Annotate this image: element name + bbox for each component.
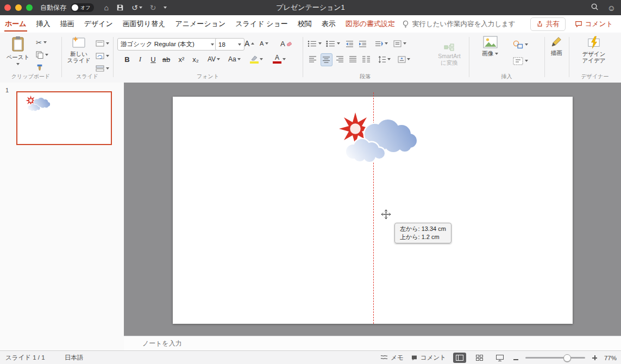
search-button[interactable] <box>591 3 599 12</box>
account-icon[interactable]: ☺ <box>607 3 616 12</box>
reset-icon <box>96 53 104 59</box>
tab-3[interactable]: デザイン <box>79 15 118 33</box>
autosave-toggle[interactable]: オフ <box>71 3 94 12</box>
design-ideas-button[interactable]: デザイン アイデア <box>575 36 613 64</box>
powerpoint-window: 自動保存 オフ ⌂ ↺ ↻ プレゼンテーション1 <box>0 0 621 364</box>
bold-button[interactable]: B <box>122 53 133 65</box>
chevron-down-icon <box>164 7 167 9</box>
scissors-icon: ✂ <box>36 39 42 47</box>
zoom-level[interactable]: 77% <box>604 355 617 361</box>
tooltip-left-distance: 左から: 13.34 cm <box>400 225 446 233</box>
line-spacing-button[interactable] <box>378 53 391 65</box>
zoom-slider[interactable] <box>525 357 585 359</box>
subscript-button[interactable]: x₂ <box>190 53 201 65</box>
insert-shapes-button[interactable] <box>513 39 528 50</box>
smartart-convert-button[interactable]: SmartArt に変換 <box>432 43 466 66</box>
notes-bar[interactable]: ノートを入力 <box>124 336 621 351</box>
quick-access-options-button[interactable] <box>164 7 167 9</box>
draw-button[interactable]: 描画 <box>547 36 566 57</box>
tab-9[interactable]: 図形の書式設定 <box>341 15 400 33</box>
comments-toggle-button[interactable]: コメント <box>411 354 446 362</box>
zoom-slider-thumb[interactable] <box>563 354 571 362</box>
tab-4[interactable]: 画面切り替え <box>118 15 171 33</box>
tab-2[interactable]: 描画 <box>55 15 79 33</box>
section-button[interactable] <box>96 63 109 74</box>
weather-clipart[interactable] <box>327 111 419 168</box>
grow-font-letter: A <box>244 39 249 48</box>
slide-sorter-view-button[interactable] <box>473 353 486 363</box>
tab-6[interactable]: スライド ショー <box>230 15 292 33</box>
slide-layout-button[interactable] <box>96 38 109 49</box>
zoom-window-button[interactable] <box>26 4 33 11</box>
chevron-down-icon <box>106 67 109 70</box>
home-icon[interactable]: ⌂ <box>104 4 108 11</box>
new-slide-label-1: 新しい <box>70 51 87 57</box>
font-color-button[interactable]: A <box>273 53 286 65</box>
tab-8[interactable]: 表示 <box>317 15 341 33</box>
format-painter-button[interactable] <box>36 62 43 73</box>
tab-7[interactable]: 校閲 <box>293 15 317 33</box>
font-size-select[interactable]: 18 <box>215 38 244 51</box>
bullets-button[interactable] <box>308 38 322 49</box>
slideshow-view-button[interactable] <box>493 353 506 363</box>
tell-me-box[interactable]: 実行したい作業内容を入力します <box>402 15 516 33</box>
chevron-down-icon <box>211 43 214 46</box>
text-direction-button[interactable] <box>375 38 388 49</box>
tab-1[interactable]: 挿入 <box>32 15 55 33</box>
zoom-in-button[interactable] <box>592 355 597 361</box>
tab-0[interactable]: ホーム <box>0 15 32 33</box>
minimize-window-button[interactable] <box>15 4 22 11</box>
shrink-font-button[interactable]: A <box>260 38 268 49</box>
chevron-down-icon <box>217 58 220 60</box>
status-bar: スライド 1 / 1 日本語 メモ コメント <box>0 350 621 364</box>
paste-button[interactable]: ペースト <box>5 36 30 65</box>
tab-5[interactable]: アニメーション <box>170 15 230 33</box>
character-spacing-button[interactable]: AV <box>208 53 220 65</box>
redo-button[interactable]: ↻ <box>150 4 156 11</box>
chevron-down-icon <box>385 42 388 45</box>
new-slide-button[interactable]: 新しい スライド <box>65 36 92 64</box>
language-indicator[interactable]: 日本語 <box>65 354 84 362</box>
font-color-swatch <box>273 61 281 64</box>
slide-thumbnail[interactable] <box>16 91 112 145</box>
tell-me-text: 実行したい作業内容を入力します <box>412 20 516 29</box>
undo-button[interactable]: ↺ <box>131 4 142 11</box>
align-left-button[interactable] <box>308 53 318 65</box>
align-right-button[interactable] <box>335 53 346 65</box>
insert-text-box-button[interactable] <box>513 55 528 66</box>
clear-formatting-button[interactable]: A <box>280 38 292 49</box>
normal-view-button[interactable] <box>453 353 466 363</box>
chevron-down-icon <box>337 42 340 45</box>
numbering-button[interactable] <box>326 38 340 49</box>
superscript-button[interactable]: x² <box>176 53 187 65</box>
highlight-color-button[interactable] <box>250 53 263 65</box>
thumbnail-weather-graphic <box>22 95 51 113</box>
insert-picture-button[interactable]: 画像 <box>477 36 503 58</box>
zoom-out-button[interactable] <box>513 355 518 361</box>
comments-label: コメント <box>585 20 613 29</box>
increase-indent-button[interactable] <box>359 38 367 49</box>
reset-slide-button[interactable] <box>96 51 109 61</box>
share-button[interactable]: 共有 <box>530 17 566 31</box>
change-case-label: Aa <box>228 55 236 63</box>
vertical-align-button[interactable] <box>398 53 410 65</box>
grow-font-button[interactable]: A <box>244 38 254 49</box>
font-group-label: フォント <box>113 73 303 80</box>
italic-button[interactable]: I <box>135 53 146 65</box>
cut-button[interactable]: ✂ <box>36 37 47 48</box>
distribute-columns-button[interactable] <box>361 53 372 65</box>
change-case-button[interactable]: Aa <box>228 53 241 65</box>
underline-button[interactable]: U <box>148 53 159 65</box>
strikethrough-button[interactable]: ab <box>161 53 172 65</box>
save-icon[interactable] <box>116 4 124 11</box>
align-text-button[interactable] <box>393 38 406 49</box>
notes-toggle-button[interactable]: メモ <box>380 354 404 362</box>
copy-button[interactable] <box>36 49 48 60</box>
font-name-select[interactable]: 游ゴシック Regular (本文) <box>117 38 217 51</box>
justify-button[interactable] <box>348 53 359 65</box>
decrease-indent-button[interactable] <box>346 38 354 49</box>
align-center-button[interactable] <box>321 53 333 66</box>
close-window-button[interactable] <box>4 4 11 11</box>
increase-indent-icon <box>359 40 367 47</box>
comments-button[interactable]: コメント <box>573 17 614 31</box>
